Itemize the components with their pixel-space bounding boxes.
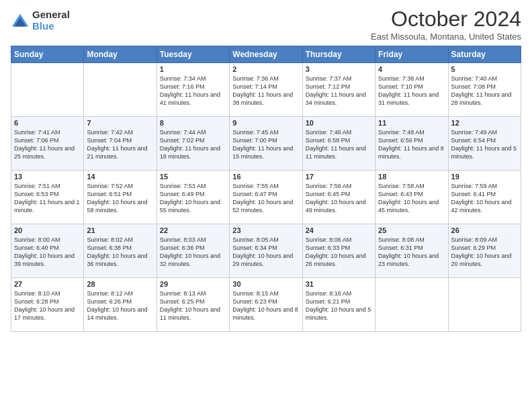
day-number: 29 xyxy=(160,280,226,288)
logo-text: General Blue xyxy=(32,9,70,32)
day-number: 22 xyxy=(160,226,226,234)
calendar-page: General Blue October 2024 East Missoula,… xyxy=(0,0,532,338)
day-info: Sunrise: 8:13 AM Sunset: 6:25 PM Dayligh… xyxy=(160,289,226,322)
day-info: Sunrise: 7:44 AM Sunset: 7:02 PM Dayligh… xyxy=(160,128,226,161)
col-friday: Friday xyxy=(375,46,448,63)
day-number: 28 xyxy=(87,280,153,288)
day-number: 15 xyxy=(160,173,226,181)
day-info: Sunrise: 7:36 AM Sunset: 7:14 PM Dayligh… xyxy=(232,75,299,107)
calendar-cell: 6Sunrise: 7:41 AM Sunset: 7:06 PM Daylig… xyxy=(11,117,84,171)
calendar-cell: 14Sunrise: 7:52 AM Sunset: 6:51 PM Dayli… xyxy=(84,171,157,224)
day-number: 7 xyxy=(87,119,153,127)
col-thursday: Thursday xyxy=(302,46,375,63)
day-number: 14 xyxy=(87,173,153,181)
week-row-5: 27Sunrise: 8:10 AM Sunset: 6:28 PM Dayli… xyxy=(11,278,521,332)
col-saturday: Saturday xyxy=(448,46,521,63)
calendar-cell: 4Sunrise: 7:38 AM Sunset: 7:10 PM Daylig… xyxy=(375,63,448,117)
calendar-cell: 7Sunrise: 7:42 AM Sunset: 7:04 PM Daylig… xyxy=(84,117,157,171)
day-number: 30 xyxy=(232,280,299,288)
header-row: Sunday Monday Tuesday Wednesday Thursday… xyxy=(11,46,521,63)
day-info: Sunrise: 8:02 AM Sunset: 6:38 PM Dayligh… xyxy=(87,236,153,269)
day-number: 13 xyxy=(14,173,81,181)
day-number: 12 xyxy=(451,119,518,127)
month-title: October 2024 xyxy=(371,7,521,32)
calendar-cell: 26Sunrise: 8:09 AM Sunset: 6:29 PM Dayli… xyxy=(448,224,521,278)
logo-general: General xyxy=(32,9,70,21)
calendar-cell: 31Sunrise: 8:16 AM Sunset: 6:21 PM Dayli… xyxy=(302,278,375,332)
calendar-cell: 23Sunrise: 8:05 AM Sunset: 6:34 PM Dayli… xyxy=(230,224,302,278)
calendar-cell: 27Sunrise: 8:10 AM Sunset: 6:28 PM Dayli… xyxy=(11,278,84,332)
day-info: Sunrise: 7:34 AM Sunset: 7:16 PM Dayligh… xyxy=(160,75,226,107)
calendar-body: 1Sunrise: 7:34 AM Sunset: 7:16 PM Daylig… xyxy=(11,63,521,332)
calendar-cell: 5Sunrise: 7:40 AM Sunset: 7:08 PM Daylig… xyxy=(448,63,521,117)
title-block: October 2024 East Missoula, Montana, Uni… xyxy=(371,7,521,42)
calendar-cell xyxy=(84,63,157,117)
day-info: Sunrise: 7:45 AM Sunset: 7:00 PM Dayligh… xyxy=(232,128,299,161)
day-info: Sunrise: 7:48 AM Sunset: 6:56 PM Dayligh… xyxy=(378,128,445,161)
day-number: 26 xyxy=(451,226,518,234)
calendar-cell: 17Sunrise: 7:56 AM Sunset: 6:45 PM Dayli… xyxy=(302,171,375,224)
day-info: Sunrise: 8:06 AM Sunset: 6:33 PM Dayligh… xyxy=(306,236,372,269)
week-row-4: 20Sunrise: 8:00 AM Sunset: 6:40 PM Dayli… xyxy=(11,224,521,278)
day-number: 4 xyxy=(378,65,445,73)
calendar-header: Sunday Monday Tuesday Wednesday Thursday… xyxy=(11,46,521,63)
day-info: Sunrise: 7:59 AM Sunset: 6:41 PM Dayligh… xyxy=(451,182,518,215)
calendar-cell: 21Sunrise: 8:02 AM Sunset: 6:38 PM Dayli… xyxy=(84,224,157,278)
calendar-cell: 16Sunrise: 7:55 AM Sunset: 6:47 PM Dayli… xyxy=(230,171,302,224)
calendar-cell xyxy=(448,278,521,332)
day-number: 11 xyxy=(378,119,445,127)
day-number: 18 xyxy=(378,173,445,181)
col-wednesday: Wednesday xyxy=(230,46,302,63)
calendar-cell: 11Sunrise: 7:48 AM Sunset: 6:56 PM Dayli… xyxy=(375,117,448,171)
day-number: 5 xyxy=(451,65,518,73)
day-info: Sunrise: 7:41 AM Sunset: 7:06 PM Dayligh… xyxy=(14,128,81,161)
calendar-cell: 18Sunrise: 7:58 AM Sunset: 6:43 PM Dayli… xyxy=(375,171,448,224)
day-info: Sunrise: 8:16 AM Sunset: 6:21 PM Dayligh… xyxy=(306,289,372,322)
calendar-cell: 12Sunrise: 7:49 AM Sunset: 6:54 PM Dayli… xyxy=(448,117,521,171)
day-number: 17 xyxy=(306,173,372,181)
day-info: Sunrise: 7:40 AM Sunset: 7:08 PM Dayligh… xyxy=(451,75,518,107)
day-info: Sunrise: 7:56 AM Sunset: 6:45 PM Dayligh… xyxy=(306,182,372,215)
day-info: Sunrise: 8:10 AM Sunset: 6:28 PM Dayligh… xyxy=(14,289,81,322)
calendar-cell: 20Sunrise: 8:00 AM Sunset: 6:40 PM Dayli… xyxy=(11,224,84,278)
day-number: 16 xyxy=(232,173,299,181)
day-info: Sunrise: 7:52 AM Sunset: 6:51 PM Dayligh… xyxy=(87,182,153,215)
day-number: 27 xyxy=(14,280,81,288)
day-info: Sunrise: 8:15 AM Sunset: 6:23 PM Dayligh… xyxy=(232,289,299,322)
day-info: Sunrise: 7:38 AM Sunset: 7:10 PM Dayligh… xyxy=(378,75,445,107)
calendar-cell: 15Sunrise: 7:53 AM Sunset: 6:49 PM Dayli… xyxy=(157,171,229,224)
week-row-3: 13Sunrise: 7:51 AM Sunset: 6:53 PM Dayli… xyxy=(11,171,521,224)
calendar-cell: 28Sunrise: 8:12 AM Sunset: 6:26 PM Dayli… xyxy=(84,278,157,332)
calendar-cell: 10Sunrise: 7:46 AM Sunset: 6:58 PM Dayli… xyxy=(302,117,375,171)
day-number: 1 xyxy=(160,65,226,73)
day-number: 10 xyxy=(306,119,372,127)
calendar-cell: 25Sunrise: 8:08 AM Sunset: 6:31 PM Dayli… xyxy=(375,224,448,278)
day-info: Sunrise: 8:09 AM Sunset: 6:29 PM Dayligh… xyxy=(451,236,518,269)
header: General Blue October 2024 East Missoula,… xyxy=(11,7,521,42)
day-number: 25 xyxy=(378,226,445,234)
day-number: 23 xyxy=(232,226,299,234)
col-monday: Monday xyxy=(84,46,157,63)
col-tuesday: Tuesday xyxy=(157,46,229,63)
day-info: Sunrise: 8:12 AM Sunset: 6:26 PM Dayligh… xyxy=(87,289,153,322)
logo-blue: Blue xyxy=(32,21,70,32)
calendar-cell: 13Sunrise: 7:51 AM Sunset: 6:53 PM Dayli… xyxy=(11,171,84,224)
day-info: Sunrise: 8:08 AM Sunset: 6:31 PM Dayligh… xyxy=(378,236,445,269)
day-number: 9 xyxy=(232,119,299,127)
calendar-cell: 29Sunrise: 8:13 AM Sunset: 6:25 PM Dayli… xyxy=(157,278,229,332)
day-number: 21 xyxy=(87,226,153,234)
day-info: Sunrise: 7:49 AM Sunset: 6:54 PM Dayligh… xyxy=(451,128,518,161)
day-number: 31 xyxy=(306,280,372,288)
day-info: Sunrise: 8:05 AM Sunset: 6:34 PM Dayligh… xyxy=(232,236,299,269)
calendar-cell: 3Sunrise: 7:37 AM Sunset: 7:12 PM Daylig… xyxy=(302,63,375,117)
day-number: 2 xyxy=(232,65,299,73)
day-number: 8 xyxy=(160,119,226,127)
day-info: Sunrise: 8:03 AM Sunset: 6:36 PM Dayligh… xyxy=(160,236,226,269)
logo-icon xyxy=(11,11,30,30)
day-info: Sunrise: 7:53 AM Sunset: 6:49 PM Dayligh… xyxy=(160,182,226,215)
calendar-cell: 19Sunrise: 7:59 AM Sunset: 6:41 PM Dayli… xyxy=(448,171,521,224)
calendar-table: Sunday Monday Tuesday Wednesday Thursday… xyxy=(11,46,521,332)
col-sunday: Sunday xyxy=(11,46,84,63)
calendar-cell: 9Sunrise: 7:45 AM Sunset: 7:00 PM Daylig… xyxy=(230,117,302,171)
calendar-cell: 2Sunrise: 7:36 AM Sunset: 7:14 PM Daylig… xyxy=(230,63,302,117)
